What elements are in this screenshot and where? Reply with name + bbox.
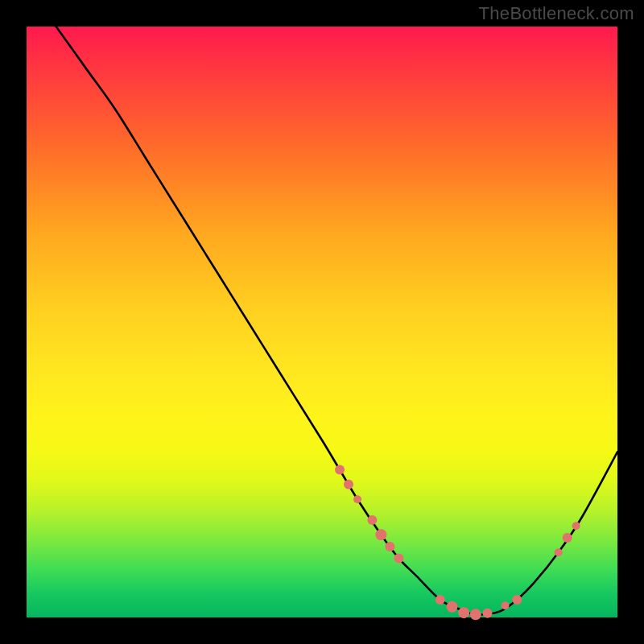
data-marker bbox=[394, 554, 403, 564]
data-marker bbox=[563, 533, 572, 543]
data-marker bbox=[512, 595, 522, 605]
data-marker bbox=[470, 609, 481, 620]
watermark-text: TheBottleneck.com bbox=[479, 3, 634, 24]
bottleneck-curve bbox=[56, 27, 617, 614]
data-marker bbox=[458, 607, 469, 618]
data-marker bbox=[385, 542, 394, 551]
data-marker bbox=[436, 595, 445, 605]
data-marker bbox=[344, 480, 353, 489]
data-marker bbox=[353, 495, 361, 503]
chart-svg bbox=[27, 27, 617, 617]
data-marker bbox=[446, 601, 457, 613]
data-marker bbox=[367, 515, 377, 525]
chart-frame: TheBottleneck.com bbox=[0, 0, 644, 644]
data-marker bbox=[502, 601, 510, 609]
data-marker bbox=[483, 609, 493, 618]
data-marker bbox=[555, 548, 563, 556]
gradient-background bbox=[27, 27, 617, 617]
marker-group bbox=[335, 465, 580, 621]
data-marker bbox=[572, 522, 580, 530]
data-marker bbox=[375, 529, 386, 540]
data-marker bbox=[335, 465, 345, 475]
